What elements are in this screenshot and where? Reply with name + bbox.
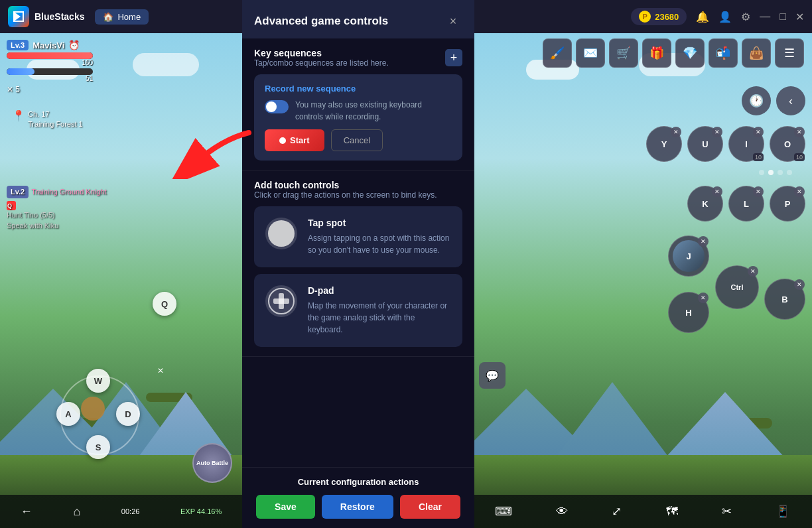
cancel-button[interactable]: Cancel [331, 129, 383, 151]
clear-button[interactable]: Clear [400, 495, 460, 519]
j-key-container: J ✕ [668, 235, 709, 277]
keyboard-icon-btn[interactable]: ⌨ [495, 504, 512, 519]
o-key-btn[interactable]: O ✕ 10 [770, 126, 805, 162]
back-nav-icon[interactable]: ← [21, 505, 33, 519]
config-title: Current configuration actions [254, 477, 462, 487]
config-actions-section: Current configuration actions Save Resto… [242, 467, 474, 528]
location-info: 📍 Ch. 17 Training Forest 1 [12, 109, 83, 130]
quest-level: Lv.2 [7, 186, 29, 198]
envelope-icon-btn[interactable]: 📬 [709, 38, 738, 68]
minimize-icon[interactable]: — [760, 11, 770, 23]
add-sequence-button[interactable]: + [445, 49, 462, 66]
j-key-btn[interactable]: J ✕ [668, 235, 709, 277]
timer-display: 00:26 [121, 507, 140, 515]
auto-battle-button[interactable]: Auto Battle [192, 443, 232, 483]
a-key[interactable]: A [56, 402, 80, 426]
chat-icon-btn[interactable]: 💬 [479, 362, 506, 389]
home-nav-icon[interactable]: ⌂ [73, 505, 80, 519]
modal-body[interactable]: Key sequences Tap/combo sequences are li… [242, 38, 474, 467]
gift-icon-btn[interactable]: 🎁 [642, 38, 671, 68]
back-icon: ‹ [789, 94, 793, 108]
hunt-quest: Hunt Tino (5/5) [7, 210, 107, 220]
location-text: Ch. 17 Training Forest 1 [28, 109, 83, 130]
dpad-card[interactable]: D-pad Map the movement of your character… [254, 274, 462, 347]
dot-1 [759, 170, 764, 175]
j-x-badge: ✕ [698, 236, 709, 247]
back-icon-btn[interactable]: ‹ [776, 86, 805, 115]
i-key-btn[interactable]: I ✕ 10 [728, 126, 764, 162]
menu-icon-btn[interactable]: ☰ [775, 38, 804, 68]
paint-icon-btn[interactable]: 🖌️ [543, 38, 572, 68]
modal-overlay: Advanced game controls × Key sequences T… [242, 0, 474, 528]
tap-spot-card[interactable]: Tap spot Assign tapping on a spot with t… [254, 206, 462, 267]
dpad-description: Map the movement of your character or th… [308, 300, 451, 336]
q-key[interactable]: Q [153, 292, 176, 316]
config-buttons: Save Restore Clear [254, 495, 462, 519]
home-tab[interactable]: 🏠 Home [95, 9, 149, 25]
settings-icon[interactable]: ⚙ [741, 11, 750, 23]
record-btn-row: Start Cancel [265, 129, 452, 151]
b-key-container: B ✕ [764, 279, 805, 320]
bluestacks-logo [8, 6, 29, 27]
key-sequences-section: Key sequences Tap/combo sequences are li… [242, 38, 474, 170]
cart-icon-btn[interactable]: 🛒 [609, 38, 638, 68]
b-key-btn[interactable]: B ✕ [764, 279, 805, 320]
mp-bar [7, 68, 93, 75]
restore-button[interactable]: Restore [322, 495, 393, 519]
wasd-close[interactable]: ✕ [157, 366, 164, 375]
app-name: BlueStacks [34, 11, 84, 22]
modal-header: Advanced game controls × [242, 0, 474, 38]
d-key[interactable]: D [116, 402, 140, 426]
eye-icon-btn[interactable]: 👁 [556, 505, 568, 519]
ctrl-key-btn[interactable]: Ctrl ✕ [715, 265, 759, 309]
taskbar-right: P 23680 🔔 👤 ⚙ — □ ✕ [631, 8, 812, 25]
clock-icon-btn[interactable]: 🕐 [742, 86, 771, 115]
coin-badge: P 23680 [631, 8, 687, 25]
save-button[interactable]: Save [256, 495, 315, 519]
map-icon-btn[interactable]: 🗺 [666, 505, 678, 519]
chat-icon: 💬 [479, 362, 506, 389]
phone-icon-btn[interactable]: 📱 [776, 504, 790, 519]
tap-spot-icon-container [265, 218, 297, 249]
toggle-row: You may also use existing keyboard contr… [265, 99, 452, 123]
taskbar-left: BlueStacks 🏠 Home [0, 6, 157, 27]
l-key-btn[interactable]: L ✕ [728, 186, 764, 222]
bell-icon[interactable]: 🔔 [696, 11, 709, 23]
maximize-icon[interactable]: □ [779, 11, 786, 23]
record-new-sequence-link[interactable]: Record new sequence [265, 84, 452, 94]
p-key-btn[interactable]: P ✕ [770, 186, 805, 222]
mp-fill [7, 68, 34, 75]
game-top-bar: 🖌️ ✉️ 🛒 🎁 💎 📬 👜 ☰ [473, 33, 812, 73]
player-level: Lv.3 [7, 40, 29, 50]
u-key-btn[interactable]: U ✕ [687, 126, 723, 162]
y-key-btn[interactable]: Y ✕ [646, 126, 682, 162]
touch-controls-title: Add touch controls [254, 180, 462, 190]
gem-icon-btn[interactable]: 💎 [675, 38, 705, 68]
wasd-container: W A S D [53, 369, 153, 468]
w-key[interactable]: W [86, 369, 110, 393]
recording-toggle[interactable] [265, 100, 289, 113]
area: Training Forest 1 [28, 119, 83, 129]
right-ctrl-row2: K ✕ L ✕ P ✕ [687, 186, 805, 222]
bag-icon-btn[interactable]: 👜 [742, 38, 771, 68]
coin-icon: P [639, 11, 651, 23]
chapter: Ch. 17 [28, 109, 83, 119]
dot-3 [778, 170, 783, 175]
clock-icon: 🕐 [749, 94, 764, 108]
pin-icon: 📍 [12, 109, 25, 122]
expand-icon-btn[interactable]: ⤢ [612, 504, 622, 519]
h-key-btn[interactable]: H ✕ [668, 292, 709, 333]
tap-spot-text: Tap spot Assign tapping on a spot with t… [308, 218, 451, 256]
close-icon[interactable]: ✕ [795, 11, 804, 23]
mail-icon-btn[interactable]: ✉️ [576, 38, 605, 68]
avatar-icon[interactable]: 👤 [718, 11, 732, 23]
mp-value: 51 [7, 75, 93, 82]
scissors-icon-btn[interactable]: ✂ [722, 504, 732, 519]
start-button[interactable]: Start [265, 129, 324, 151]
coin-amount: 23680 [655, 12, 679, 22]
s-key[interactable]: S [86, 435, 110, 459]
alarm-icon: ⏰ [68, 40, 80, 50]
modal-close-button[interactable]: × [444, 12, 462, 31]
start-dot-icon [279, 137, 286, 144]
k-key-btn[interactable]: K ✕ [687, 186, 723, 222]
